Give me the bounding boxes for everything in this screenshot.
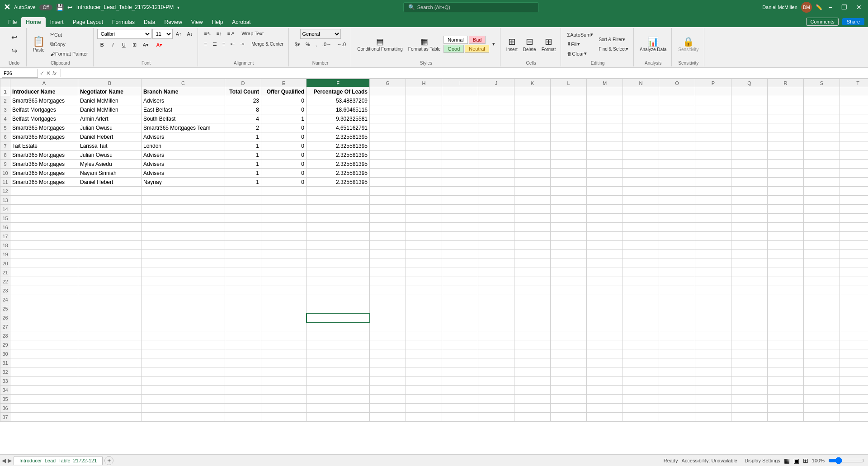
cell-o9[interactable] <box>659 160 695 169</box>
cell-j3[interactable] <box>478 105 514 114</box>
cell-q33[interactable] <box>731 377 768 386</box>
increase-font-button[interactable]: A↑ <box>174 29 184 38</box>
cell-l36[interactable] <box>551 404 587 413</box>
style-bad[interactable]: Bad <box>469 36 486 44</box>
tab-data[interactable]: Data <box>139 17 160 27</box>
cell-p4[interactable] <box>695 114 731 123</box>
cell-f11[interactable]: 2.325581395 <box>307 178 370 187</box>
cell-e4[interactable]: 1 <box>261 114 307 123</box>
cell-p37[interactable] <box>695 413 731 422</box>
cell-b17[interactable] <box>78 232 142 241</box>
autosave-toggle[interactable]: Off <box>39 5 52 10</box>
cell-l13[interactable] <box>551 196 587 205</box>
cell-d21[interactable] <box>225 268 261 277</box>
cell-h9[interactable] <box>406 160 442 169</box>
cell-c30[interactable] <box>142 349 225 358</box>
cell-q17[interactable] <box>731 232 768 241</box>
cell-d13[interactable] <box>225 196 261 205</box>
cell-s13[interactable] <box>804 196 840 205</box>
user-avatar[interactable]: DM <box>801 2 812 13</box>
merge-center-button[interactable]: Merge & Center <box>249 39 286 48</box>
cell-l22[interactable] <box>551 277 587 286</box>
cell-d32[interactable] <box>225 367 261 377</box>
cell-h10[interactable] <box>406 169 442 178</box>
cell-d10[interactable]: 1 <box>225 169 261 178</box>
col-header-e[interactable]: E <box>261 79 307 87</box>
cell-r33[interactable] <box>768 377 804 386</box>
cell-l25[interactable] <box>551 304 587 313</box>
cell-m24[interactable] <box>587 295 623 304</box>
cell-b22[interactable] <box>78 277 142 286</box>
cell-p31[interactable] <box>695 358 731 367</box>
cell-s36[interactable] <box>804 404 840 413</box>
cell-p5[interactable] <box>695 123 731 132</box>
tab-formulas[interactable]: Formulas <box>108 17 139 27</box>
cell-e2[interactable]: 0 <box>261 96 307 105</box>
cell-t16[interactable] <box>840 223 868 232</box>
cell-s14[interactable] <box>804 205 840 214</box>
tab-file[interactable]: File <box>4 17 21 27</box>
cell-s35[interactable] <box>804 395 840 404</box>
cell-r15[interactable] <box>768 214 804 223</box>
cell-t9[interactable] <box>840 160 868 169</box>
cell-m34[interactable] <box>587 386 623 395</box>
cell-l33[interactable] <box>551 377 587 386</box>
cell-l34[interactable] <box>551 386 587 395</box>
sheet-tab-active[interactable]: Introducer_Lead_Table_21722-121 <box>14 456 103 465</box>
cell-j26[interactable] <box>478 313 514 322</box>
cell-e20[interactable] <box>261 259 307 268</box>
cell-j30[interactable] <box>478 349 514 358</box>
cell-m35[interactable] <box>587 395 623 404</box>
cell-c35[interactable] <box>142 395 225 404</box>
cell-j16[interactable] <box>478 223 514 232</box>
cell-k28[interactable] <box>514 331 551 340</box>
cell-e30[interactable] <box>261 349 307 358</box>
cell-q36[interactable] <box>731 404 768 413</box>
cell-b27[interactable] <box>78 322 142 331</box>
cell-e31[interactable] <box>261 358 307 367</box>
cell-k34[interactable] <box>514 386 551 395</box>
cell-p2[interactable] <box>695 96 731 105</box>
cell-r34[interactable] <box>768 386 804 395</box>
cell-p7[interactable] <box>695 141 731 151</box>
cell-t12[interactable] <box>840 187 868 196</box>
cell-b34[interactable] <box>78 386 142 395</box>
bold-button[interactable]: B <box>97 40 107 49</box>
cell-j21[interactable] <box>478 268 514 277</box>
cell-n27[interactable] <box>623 322 659 331</box>
cell-f36[interactable] <box>307 404 370 413</box>
cell-i5[interactable] <box>442 123 478 132</box>
cell-h31[interactable] <box>406 358 442 367</box>
cell-j29[interactable] <box>478 340 514 349</box>
cell-h36[interactable] <box>406 404 442 413</box>
cell-n14[interactable] <box>623 205 659 214</box>
cell-n1[interactable] <box>623 87 659 96</box>
cell-b36[interactable] <box>78 404 142 413</box>
cell-k3[interactable] <box>514 105 551 114</box>
cell-j18[interactable] <box>478 241 514 250</box>
comma-button[interactable]: , <box>313 40 319 49</box>
cell-p9[interactable] <box>695 160 731 169</box>
cell-a9[interactable]: Smartr365 Mortgages <box>10 160 78 169</box>
cell-n15[interactable] <box>623 214 659 223</box>
cell-e6[interactable]: 0 <box>261 132 307 141</box>
cell-b11[interactable]: Daniel Hebert <box>78 178 142 187</box>
cell-n13[interactable] <box>623 196 659 205</box>
cell-c8[interactable]: Advisers <box>142 151 225 160</box>
cell-n9[interactable] <box>623 160 659 169</box>
cell-n31[interactable] <box>623 358 659 367</box>
cell-l16[interactable] <box>551 223 587 232</box>
cell-o19[interactable] <box>659 250 695 259</box>
cell-a36[interactable] <box>10 404 78 413</box>
cell-k13[interactable] <box>514 196 551 205</box>
cell-e15[interactable] <box>261 214 307 223</box>
percent-button[interactable]: % <box>303 40 312 49</box>
cell-g3[interactable] <box>370 105 406 114</box>
sensitivity-button[interactable]: 🔒 Sensitivity <box>676 29 701 59</box>
cell-l2[interactable] <box>551 96 587 105</box>
cell-e10[interactable]: 0 <box>261 169 307 178</box>
cell-o12[interactable] <box>659 187 695 196</box>
cell-t1[interactable] <box>840 87 868 96</box>
cell-a4[interactable]: Belfast Mortgages <box>10 114 78 123</box>
page-layout-view-button[interactable]: ▣ <box>793 457 799 464</box>
